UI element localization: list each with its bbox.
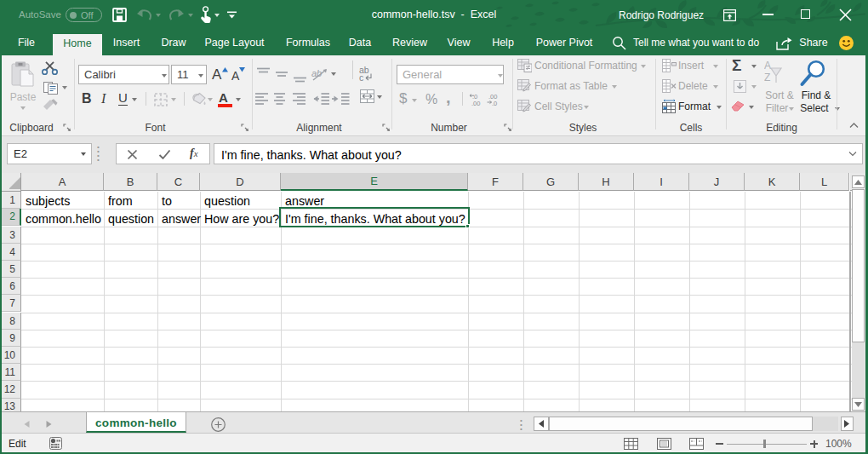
svg-text:.00: .00 (471, 100, 480, 106)
svg-text:Z: Z (764, 72, 770, 83)
svg-text:c: c (359, 72, 363, 83)
svg-text:.0: .0 (492, 100, 497, 106)
svg-text:A: A (764, 60, 771, 72)
